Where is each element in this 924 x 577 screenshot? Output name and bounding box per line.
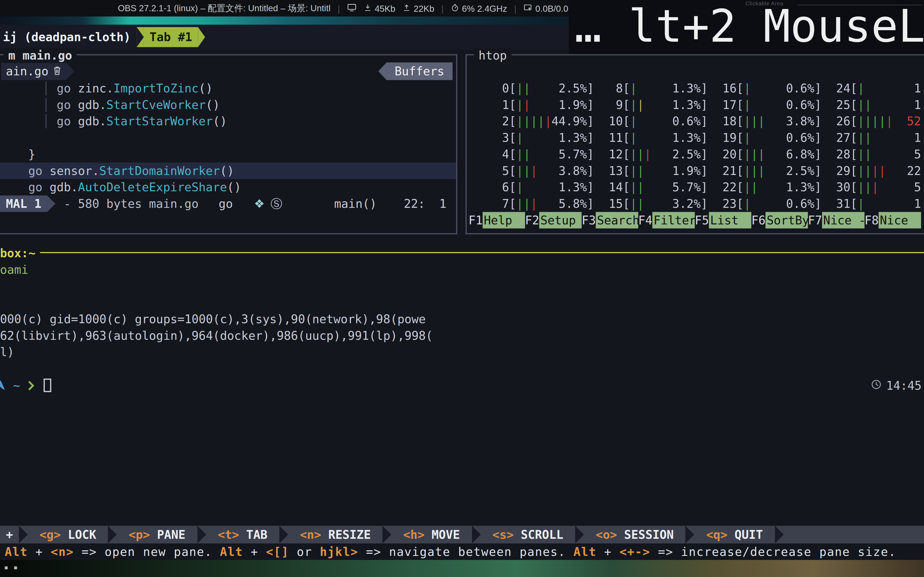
cpu-meter: 12[|||2.5%] [609,146,722,163]
bars-kernel: | [544,114,552,129]
code-line: go gdb.AutoDeleteExpireShare() [0,179,456,195]
fkey-button[interactable]: F7Nice - [808,212,865,228]
meter-zone: ||||22. [858,163,924,179]
pane-border [465,54,924,55]
meter-bracket: [ [623,131,630,145]
cpu-percent: 2.5% [786,163,814,179]
bars-lowpri: | [637,98,645,112]
meter-bracket: [ [850,114,858,129]
meter-zone: |1.3% [630,130,701,146]
shell-pane-title: box:~ [0,245,40,261]
cpu-meter: 31[|1.] [836,195,924,212]
chevron-separator [685,526,695,543]
fkey-button[interactable]: F4Filter [638,212,695,228]
meter-bracket: [ [850,147,858,161]
display-icon [347,3,356,14]
buffers-button[interactable]: Buffers [378,63,452,80]
meter-zone: |1. [858,195,924,212]
editor-pane-title: m main.go [3,48,77,63]
bars-kernel: | [886,114,893,129]
cpu-id: 31 [836,195,850,212]
cpu-id: 24 [836,80,850,97]
chevron-separator [19,526,28,543]
cpu-percent: 1.9% [559,97,587,113]
keybind-key: <o> [596,527,617,542]
keybar-segment[interactable]: <t>TAB [206,526,288,543]
cpu-id: 26 [836,113,850,130]
meter-zone: |0.6% [744,195,814,212]
shell-pane[interactable]: box:~ oami000(c) gid=1000(c) groups=1000… [0,245,924,524]
current-symbol: main() [334,197,377,211]
mode-arrow [47,195,56,212]
keybar-segment[interactable]: <p>PANE [117,526,206,543]
meter-bracket: ] [701,197,708,211]
cpu-meter: 5[|||3.8%] [495,163,609,179]
cpu-percent: 2.5% [672,146,701,163]
meter-bracket: ] [701,147,708,161]
cpu-percent: 3.8% [786,113,814,130]
fkey-button[interactable]: F1Help [468,212,525,228]
buffer-tab-main-go[interactable]: ain.go [1,63,66,80]
cpu-id: 10 [609,113,623,130]
cpu-meter: 8[|1.3%] [609,80,722,97]
cpu-meter: 14[||5.7%] [609,179,722,195]
help-text: => increase/decrease pane size. [650,543,896,560]
meter-bracket: ] [814,180,822,194]
meter-bracket: [ [623,98,630,112]
fkey-button[interactable]: F3Search [582,212,638,228]
keybar-segment[interactable]: <n>RESIZE [288,526,392,543]
keybind-key: <t> [218,527,239,542]
cpu-id: 0 [495,80,509,97]
shell-prompt[interactable]: ~ [0,377,236,394]
fkey-button[interactable]: F2Setup [525,212,582,228]
cpu-meter: 15[||3.2%] [609,195,722,212]
cpu-percent: 5.7% [672,179,701,195]
pane-border-focused [0,252,924,253]
meter-bracket: ] [701,114,708,129]
indent-guide: │ [28,114,57,129]
help-text: Alt [220,543,243,560]
bars-normal: | [744,98,751,112]
code-token: () [213,114,227,129]
keybar-segment[interactable]: <o>SESSION [584,526,695,543]
htop-pane[interactable]: htop 0[||2.5%]8[|1.3%]16[|0.6%]24[|1.]1[… [465,50,924,235]
keybar-segment[interactable]: <g>LOCK [28,526,117,543]
code-token: () [220,164,234,178]
fkey-button[interactable]: F8Nice [864,212,921,228]
meter-bracket: ] [701,164,708,178]
cpu-percent: 5.7% [559,146,587,163]
fkey-number: F8 [864,212,879,228]
desktop-wallpaper [0,560,924,577]
cpu-meter: 6[|1.3%] [495,179,609,195]
cpu-id: 4 [495,146,509,163]
keybar-segment[interactable]: <h>MOVE [391,526,480,543]
help-text: + [596,543,619,560]
meter-bracket: ] [587,180,594,194]
trash-icon[interactable] [53,64,61,78]
keybar-segment[interactable]: <q>QUIT [695,526,783,543]
cpu-id: 28 [836,146,850,163]
meter-bars: | [516,179,523,195]
bars-kernel: | [530,164,538,178]
terminal-line: oami [0,261,433,278]
chevron-separator [575,526,584,543]
editor-pane[interactable]: m main.go ain.go Buffers │ go zinc.Impor… [0,50,457,235]
keybar-segment[interactable]: <s>SCROLL [481,526,584,543]
buffers-button-label: Buffers [386,63,452,80]
cpu-id: 20 [722,146,737,163]
cpu-id: 7 [495,195,509,212]
bars-normal: |||| [858,114,886,129]
fkey-button[interactable]: F6SortBy [751,212,808,228]
cpu-meter: 28[||5.] [836,146,924,163]
help-text: or [289,543,320,560]
code-token: gdb. [78,98,107,112]
keybind-key: <h> [403,527,425,542]
fkey-button[interactable]: F5List [695,212,751,228]
meter-bracket: [ [737,114,744,129]
tab-1[interactable]: Tab #1 [137,27,205,47]
meter-zone: |1.3% [516,179,587,195]
terminal-line: 000(c) gid=1000(c) groups=1000(c),3(sys)… [0,311,433,327]
cpu-meter: 26[|||||52.] [836,113,924,130]
cpu-meter: 27[||1.] [836,130,924,146]
prompt-directory: ~ [13,377,20,394]
